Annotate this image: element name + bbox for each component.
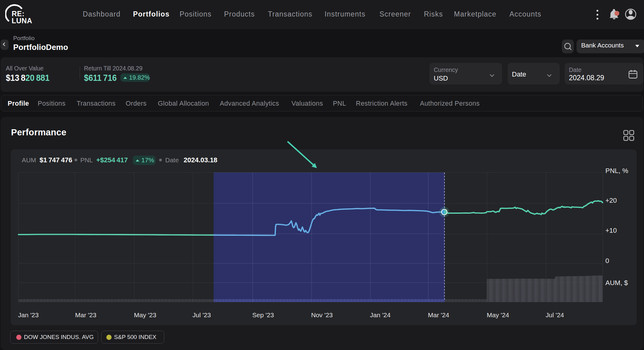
svg-text:+20: +20 bbox=[605, 197, 617, 204]
svg-text:AUM, $: AUM, $ bbox=[605, 279, 628, 287]
svg-text:Jul '23: Jul '23 bbox=[192, 311, 211, 318]
svg-text:May '23: May '23 bbox=[134, 311, 156, 318]
svg-text:Mar '23: Mar '23 bbox=[75, 311, 96, 318]
svg-text:Jan '23: Jan '23 bbox=[18, 311, 39, 318]
svg-text:LUNA: LUNA bbox=[12, 17, 32, 25]
svg-text:+10: +10 bbox=[605, 227, 617, 234]
svg-text:PNL, %: PNL, % bbox=[605, 167, 628, 175]
svg-text:RE:: RE: bbox=[12, 10, 25, 18]
svg-text:Nov '23: Nov '23 bbox=[311, 311, 333, 318]
svg-text:May '24: May '24 bbox=[487, 311, 509, 318]
svg-text:0: 0 bbox=[605, 257, 609, 265]
svg-text:Sep '23: Sep '23 bbox=[252, 311, 274, 318]
svg-text:Mar '24: Mar '24 bbox=[428, 311, 449, 318]
svg-text:Jan '24: Jan '24 bbox=[370, 311, 391, 318]
svg-text:Jul '24: Jul '24 bbox=[546, 311, 564, 318]
